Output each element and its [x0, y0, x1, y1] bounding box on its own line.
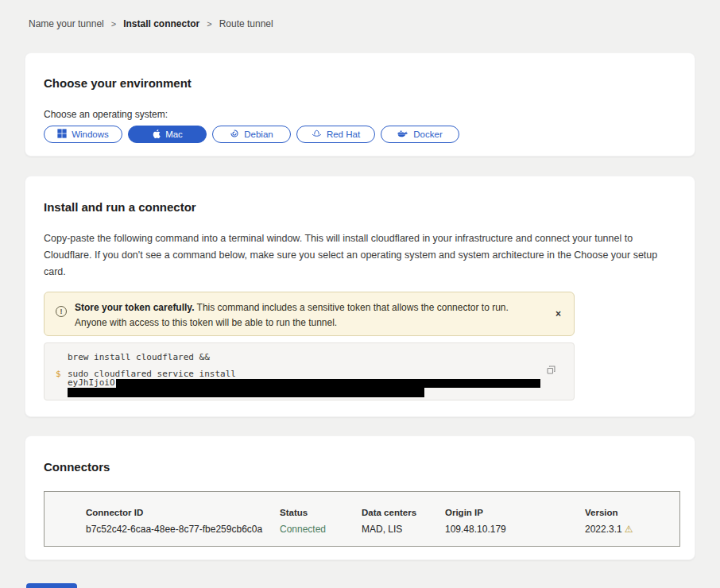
os-button-mac[interactable]: Mac	[128, 126, 207, 143]
redacted-token-bar	[68, 388, 424, 397]
os-button-docker[interactable]: Docker	[381, 126, 459, 143]
connectors-table: Connector ID Status Data centers Origin …	[44, 491, 680, 547]
token-warning-bold: Store your token carefully.	[75, 302, 195, 313]
install-command-code-block: brew install cloudflared && $sudo cloudf…	[44, 342, 575, 400]
install-card-description: Copy-paste the following command into a …	[44, 230, 676, 280]
connectors-card-title: Connectors	[44, 461, 677, 474]
os-button-label: Mac	[165, 130, 183, 139]
os-button-label: Docker	[413, 130, 442, 139]
os-button-debian[interactable]: Debian	[212, 126, 291, 143]
header-origin-ip: Origin IP	[445, 508, 585, 517]
info-circle-icon: !	[56, 306, 67, 317]
origin-ip-value: 109.48.10.179	[445, 524, 585, 535]
breadcrumb-step-install-connector[interactable]: Install connector	[123, 18, 199, 29]
connectors-card: Connectors Connector ID Status Data cent…	[25, 435, 695, 560]
connectors-table-header: Connector ID Status Data centers Origin …	[86, 508, 679, 517]
header-status: Status	[280, 508, 362, 517]
copy-command-button[interactable]	[546, 365, 556, 375]
header-connector-id: Connector ID	[86, 508, 280, 517]
breadcrumb-step-name-your-tunnel[interactable]: Name your tunnel	[29, 18, 104, 29]
os-button-label: Windows	[72, 130, 109, 139]
redhat-fedora-icon	[312, 129, 322, 140]
environment-card-title: Choose your environment	[44, 77, 677, 90]
debian-swirl-icon	[230, 129, 239, 140]
install-connector-card: Install and run a connector Copy-paste t…	[25, 176, 695, 417]
version-warning-icon: ⚠	[625, 524, 633, 535]
tunnel-setup-page: Name your tunnel > Install connector > R…	[0, 0, 720, 588]
os-button-label: Debian	[244, 130, 273, 139]
connector-id-value: b7c52c42-6caa-48ee-8c77-fbe259cb6c0a	[86, 524, 280, 535]
next-button[interactable]: Next	[26, 583, 77, 588]
breadcrumb-separator: >	[111, 19, 116, 29]
windows-logo-icon	[57, 129, 67, 140]
code-line-2: $sudo cloudflared service install	[56, 369, 563, 378]
version-value: 2022.3.1⚠	[585, 524, 679, 535]
choose-environment-card: Choose your environment Choose an operat…	[25, 52, 695, 157]
os-button-label: Red Hat	[327, 130, 360, 139]
breadcrumb: Name your tunnel > Install connector > R…	[0, 0, 720, 29]
header-data-centers: Data centers	[362, 508, 445, 517]
breadcrumb-separator: >	[207, 19, 211, 29]
connector-table-row: b7c52c42-6caa-48ee-8c77-fbe259cb6c0a Con…	[86, 524, 679, 535]
docker-whale-icon	[397, 130, 408, 140]
apple-logo-icon	[152, 129, 161, 141]
status-badge: Connected	[280, 524, 362, 535]
redacted-token-bar	[116, 379, 540, 388]
warning-close-button[interactable]: ×	[552, 307, 564, 321]
os-button-redhat[interactable]: Red Hat	[296, 126, 375, 143]
os-select-label: Choose an operating system:	[44, 109, 677, 120]
data-centers-value: MAD, LIS	[362, 524, 445, 535]
install-card-title: Install and run a connector	[44, 201, 677, 214]
header-version: Version	[585, 508, 679, 517]
os-button-windows[interactable]: Windows	[44, 126, 122, 143]
token-warning-text: Store your token carefully. This command…	[75, 297, 541, 331]
token-warning-banner: ! Store your token carefully. This comma…	[44, 292, 575, 336]
shell-prompt: $	[56, 369, 68, 378]
os-button-group: Windows Mac Debian	[44, 126, 677, 143]
copy-icon	[546, 366, 556, 377]
breadcrumb-step-route-tunnel[interactable]: Route tunnel	[219, 18, 273, 29]
code-line-token: eyJhIjoiO	[56, 378, 563, 388]
code-line-1: brew install cloudflared &&	[56, 353, 563, 362]
code-line-token-continued	[56, 388, 563, 397]
